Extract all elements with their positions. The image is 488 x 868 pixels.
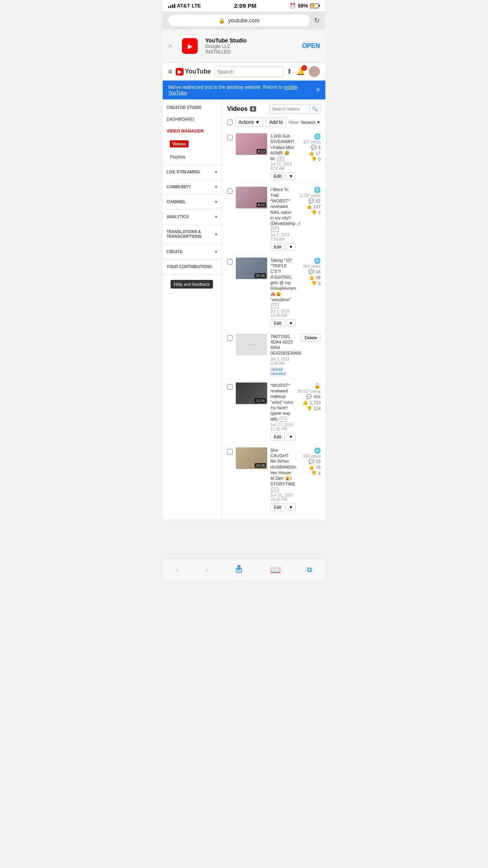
app-promo-close-button[interactable]: × xyxy=(168,42,172,50)
sidebar-item-translations[interactable]: TRANSLATIONS & TRANSCRIPTIONS ▼ xyxy=(163,226,222,243)
likes-stat: 👍 58 xyxy=(308,275,321,280)
videos-toolbar: Actions ▼ Add to View: Newest ▼ xyxy=(227,118,321,127)
user-avatar[interactable] xyxy=(309,66,320,77)
sidebar-item-analytics[interactable]: ANALYTICS ▼ xyxy=(163,211,222,223)
edit-button[interactable]: Edit xyxy=(270,243,285,251)
edit-dropdown-button[interactable]: ▼ xyxy=(286,172,295,180)
edit-button[interactable]: Edit xyxy=(270,503,285,511)
upload-icon[interactable]: ⬆ xyxy=(286,67,292,76)
dislike-icon: 👎 xyxy=(306,406,312,411)
sidebar-item-contributions[interactable]: YOUR CONTRIBUTIONS xyxy=(163,261,222,272)
video-checkbox[interactable] xyxy=(227,449,233,454)
sidebar-item-channel[interactable]: CHANNEL ▼ xyxy=(163,196,222,208)
status-bar: AT&T LTE 2:09 PM ⏰ 58% xyxy=(163,0,325,11)
view-label: View: xyxy=(289,120,299,125)
sidebar-item-create[interactable]: CREATE ▼ xyxy=(163,246,222,257)
youtube-logo[interactable]: ▶ YouTube xyxy=(176,68,211,75)
hamburger-icon[interactable]: ≡ xyxy=(168,68,172,76)
bookmarks-button[interactable]: 📖 xyxy=(266,563,284,577)
videos-title: Videos 6 xyxy=(227,105,256,112)
search-videos-button[interactable]: 🔍 xyxy=(309,105,320,113)
video-date: Jul 7, 2019 2:08 AM xyxy=(270,233,294,241)
analytics-expand-icon: ▼ xyxy=(214,215,218,219)
like-icon: 👍 xyxy=(308,275,314,280)
views-text: 2,158 views xyxy=(300,193,321,198)
help-feedback-section: Help and feedback xyxy=(163,276,222,292)
sidebar-item-video-manager[interactable]: VIDEO MANAGER xyxy=(163,125,222,137)
sidebar-item-community[interactable]: COMMUNITY ▼ xyxy=(163,181,222,193)
search-videos-input[interactable] xyxy=(270,105,309,113)
actions-button[interactable]: Actions ▼ xyxy=(235,118,263,127)
sidebar-item-creator-studio[interactable]: CREATOR STUDIO xyxy=(163,102,222,113)
youtube-search-bar[interactable]: 🔍 xyxy=(214,66,283,77)
search-input[interactable] xyxy=(215,67,283,77)
views-text: 107 views xyxy=(303,140,321,144)
dislike-icon: 👎 xyxy=(311,156,317,162)
refresh-button[interactable]: ↻ xyxy=(314,16,320,25)
app-promo-icon xyxy=(178,34,202,58)
lock-icon: 🔒 xyxy=(218,17,225,24)
dislikes-stat: 👎 114 xyxy=(306,406,321,411)
translations-expand-icon: ▼ xyxy=(214,232,218,237)
edit-dropdown-button[interactable]: ▼ xyxy=(286,503,295,511)
like-icon: 👍 xyxy=(308,465,314,470)
toolbar-right: View: Newest ▼ xyxy=(289,120,321,125)
delete-button[interactable]: Delete xyxy=(301,334,321,342)
app-open-button[interactable]: OPEN xyxy=(302,42,320,50)
network-label: LTE xyxy=(192,3,201,9)
video-date: Jun 27, 2019 11:36 PM xyxy=(270,423,294,431)
video-date: Jun 22, 2019 10:15 PM xyxy=(270,493,294,502)
dislike-count: 114 xyxy=(314,406,321,411)
share-button[interactable] xyxy=(231,563,247,577)
add-to-button[interactable]: Add to xyxy=(266,118,286,127)
edit-dropdown-button[interactable]: ▼ xyxy=(286,433,295,441)
videos-header: Videos 6 🔍 xyxy=(227,104,321,114)
content-area: Videos 6 🔍 Actions ▼ Add to View: xyxy=(222,99,325,519)
newest-dropdown-arrow: ▼ xyxy=(316,120,321,125)
sidebar-item-dashboard[interactable]: DASHBOARD xyxy=(163,113,222,125)
video-checkbox[interactable] xyxy=(227,135,233,140)
edit-button[interactable]: Edit xyxy=(270,433,285,441)
status-left: AT&T LTE xyxy=(168,3,201,9)
redirect-close-button[interactable]: × xyxy=(316,86,320,94)
select-all-checkbox[interactable] xyxy=(227,120,233,125)
newest-button[interactable]: Newest ▼ xyxy=(301,120,321,125)
header-icons: ⬆ 🔔 3 xyxy=(286,66,320,77)
dislike-count: 7 xyxy=(318,210,321,215)
search-videos-container[interactable]: 🔍 xyxy=(270,104,321,114)
video-item: 11:26 *WORST* reviewed makeup "artist" r… xyxy=(227,379,321,444)
video-actions: Upload canceled xyxy=(270,367,294,376)
edit-dropdown-button[interactable]: ▼ xyxy=(286,319,295,327)
dislike-icon: 👎 xyxy=(311,281,317,286)
comment-count: 16 xyxy=(316,269,321,274)
sidebar-item-playlists[interactable]: Playlists xyxy=(163,151,222,163)
sidebar-divider-4 xyxy=(163,209,222,210)
signal-bars xyxy=(168,4,175,8)
visibility-icon: 🌐 xyxy=(314,257,321,264)
newest-label: Newest xyxy=(301,120,315,125)
forward-button[interactable]: › xyxy=(202,563,212,577)
browser-bar: 🔒 youtube.com ↻ xyxy=(163,11,325,29)
edit-button[interactable]: Edit xyxy=(270,172,285,180)
video-title: Taking *15* "TRIPLE C'S"!! /FiGHTiNG gir… xyxy=(270,257,294,308)
video-actions: Edit ▼ xyxy=(270,172,294,180)
video-checkbox[interactable] xyxy=(227,335,233,341)
hd-badge: HD xyxy=(272,303,279,308)
sidebar-item-videos[interactable]: Videos xyxy=(163,137,222,151)
notification-icon[interactable]: 🔔 3 xyxy=(296,67,305,76)
video-checkbox[interactable] xyxy=(227,259,233,265)
edit-dropdown-button[interactable]: ▼ xyxy=(286,243,295,251)
video-date: Jul 2, 2019 3:40 AM xyxy=(270,357,294,366)
edit-button[interactable]: Edit xyxy=(270,319,285,327)
sidebar-item-live-streaming[interactable]: LIVE STREAMING ▼ xyxy=(163,166,222,178)
video-checkbox[interactable] xyxy=(227,384,233,390)
back-button[interactable]: ‹ xyxy=(172,563,183,577)
video-title: 7B671591 4DA4 4D23 9354 0E42582EBA68 xyxy=(270,334,294,356)
url-bar[interactable]: 🔒 youtube.com xyxy=(168,15,310,26)
redirect-message: We've redirected you to the desktop webs… xyxy=(168,85,316,96)
tabs-button[interactable]: ⧉ xyxy=(303,564,316,576)
video-actions: Edit ▼ xyxy=(270,433,294,441)
dislike-count: 0 xyxy=(318,281,321,286)
video-checkbox[interactable] xyxy=(227,188,233,194)
help-feedback-label[interactable]: Help and feedback xyxy=(171,280,213,289)
